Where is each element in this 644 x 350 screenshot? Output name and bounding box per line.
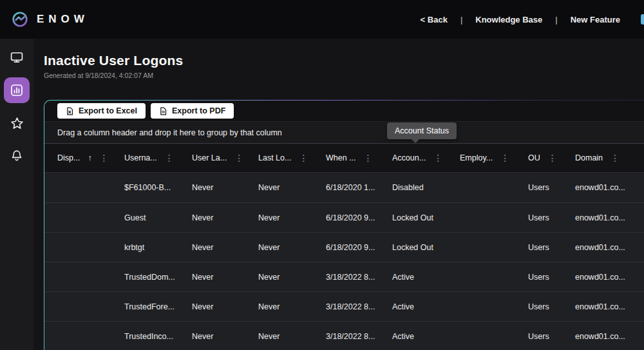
sidebar-item-monitor[interactable] xyxy=(4,44,30,70)
table-header-row: Disp... ↑ ⋮ Userna... ⋮ User La... ⋮ Las… xyxy=(44,144,644,173)
table-row[interactable]: TrustedFore... Never Never 3/18/2022 8..… xyxy=(44,291,644,321)
sidebar xyxy=(0,39,33,350)
column-header-when[interactable]: When ... ⋮ xyxy=(313,153,379,162)
column-menu-icon[interactable]: ⋮ xyxy=(165,153,174,162)
cell-account-status: Active xyxy=(379,273,447,282)
cell-when: 3/18/2022 8... xyxy=(313,302,379,311)
cell-username: $F61000-B... xyxy=(111,183,179,192)
cell-ou: Users xyxy=(515,302,562,311)
generated-timestamp: Generated at 9/18/2024, 4:02:07 AM xyxy=(44,72,644,79)
column-menu-icon[interactable]: ⋮ xyxy=(548,153,557,162)
cell-last-logon: Never xyxy=(245,243,313,252)
cell-ou: Users xyxy=(515,243,562,252)
column-header-display-name[interactable]: Disp... ↑ ⋮ xyxy=(44,153,111,162)
cell-domain: enowd01.co... xyxy=(562,273,644,282)
clipped-nav-element[interactable] xyxy=(641,14,644,24)
column-header-last-logon[interactable]: Last Lo... ⋮ xyxy=(245,153,313,162)
back-link[interactable]: < Back xyxy=(421,15,448,24)
enow-logo-icon xyxy=(12,11,28,28)
column-menu-icon[interactable]: ⋮ xyxy=(99,153,108,162)
column-menu-icon[interactable]: ⋮ xyxy=(234,153,243,162)
cell-last-logon: Never xyxy=(245,302,313,311)
tooltip-account-status: Account Status xyxy=(387,122,457,139)
column-header-label: Accoun... xyxy=(392,153,426,162)
excel-file-icon xyxy=(66,107,74,115)
cell-user-last-logon: Never xyxy=(179,332,245,341)
cell-when: 3/18/2022 8... xyxy=(313,273,379,282)
cell-ou: Users xyxy=(515,183,562,192)
export-to-pdf-button[interactable]: Export to PDF xyxy=(151,103,234,119)
column-header-label: Domain xyxy=(575,153,603,162)
table-row[interactable]: TrustedInco... Never Never 3/18/2022 8..… xyxy=(44,321,644,350)
column-header-domain[interactable]: Domain ⋮ xyxy=(562,153,644,162)
new-feature-link[interactable]: New Feature xyxy=(571,15,620,24)
cell-username: TrustedDom... xyxy=(111,273,179,282)
table-row[interactable]: Guest Never Never 6/18/2020 9... Locked … xyxy=(44,202,644,232)
column-header-username[interactable]: Userna... ⋮ xyxy=(111,153,179,162)
nav-divider: | xyxy=(555,15,557,24)
cell-when: 6/18/2020 9... xyxy=(313,213,379,222)
cell-username: TrustedInco... xyxy=(111,332,179,341)
column-menu-icon[interactable]: ⋮ xyxy=(611,153,620,162)
export-to-pdf-label: Export to PDF xyxy=(172,106,225,115)
column-header-label: User La... xyxy=(192,153,227,162)
column-header-label: When ... xyxy=(326,153,356,162)
cell-ou: Users xyxy=(515,213,562,222)
cell-account-status: Active xyxy=(379,302,447,311)
main-content: Inactive User Logons Generated at 9/18/2… xyxy=(33,39,644,350)
enow-logo[interactable]: ENOW xyxy=(12,11,89,28)
column-header-account-status[interactable]: Accoun... ⋮ xyxy=(379,153,447,162)
report-panel: Export to Excel Export to PDF Drag a col… xyxy=(44,100,644,350)
export-to-excel-button[interactable]: Export to Excel xyxy=(57,103,146,119)
top-navigation: < Back | Knowledge Base | New Feature xyxy=(421,14,644,24)
column-header-label: Userna... xyxy=(124,153,157,162)
cell-user-last-logon: Never xyxy=(179,273,245,282)
table-row[interactable]: TrustedDom... Never Never 3/18/2022 8...… xyxy=(44,262,644,291)
cell-account-status: Locked Out xyxy=(379,213,447,222)
cell-account-status: Locked Out xyxy=(379,243,447,252)
cell-user-last-logon: Never xyxy=(179,243,245,252)
pdf-file-icon xyxy=(159,107,167,115)
cell-username: krbtgt xyxy=(111,243,179,252)
table-row[interactable]: $F61000-B... Never Never 6/18/2020 1... … xyxy=(44,173,644,202)
cell-last-logon: Never xyxy=(245,213,313,222)
export-toolbar: Export to Excel Export to PDF xyxy=(44,101,644,121)
sort-ascending-icon: ↑ xyxy=(88,153,91,162)
group-by-hint: Drag a column header and drop it here to… xyxy=(57,128,282,137)
column-header-employee[interactable]: Employ... ⋮ xyxy=(447,153,515,162)
cell-domain: enowd01.co... xyxy=(562,243,644,252)
cell-last-logon: Never xyxy=(245,332,313,341)
cell-last-logon: Never xyxy=(245,273,313,282)
sidebar-item-notifications[interactable] xyxy=(4,143,30,169)
top-bar: ENOW < Back | Knowledge Base | New Featu… xyxy=(0,0,644,39)
table-body: $F61000-B... Never Never 6/18/2020 1... … xyxy=(44,173,644,350)
column-menu-icon[interactable]: ⋮ xyxy=(433,153,442,162)
sidebar-item-reports[interactable] xyxy=(4,77,30,103)
cell-ou: Users xyxy=(515,332,562,341)
column-header-label: Disp... xyxy=(57,153,80,162)
cell-user-last-logon: Never xyxy=(179,183,245,192)
table-row[interactable]: krbtgt Never Never 6/18/2020 9... Locked… xyxy=(44,232,644,262)
column-header-user-last-logon[interactable]: User La... ⋮ xyxy=(179,153,245,162)
group-by-drop-zone[interactable]: Drag a column header and drop it here to… xyxy=(44,121,644,144)
cell-user-last-logon: Never xyxy=(179,213,245,222)
cell-domain: enowd01.co... xyxy=(562,302,644,311)
sidebar-item-favorites[interactable] xyxy=(4,110,30,136)
nav-divider: | xyxy=(460,15,462,24)
brand-name: ENOW xyxy=(37,13,89,26)
report-panel-inner: Export to Excel Export to PDF Drag a col… xyxy=(44,101,644,350)
column-header-ou[interactable]: OU ⋮ xyxy=(515,153,562,162)
column-header-label: OU xyxy=(528,153,540,162)
cell-username: TrustedFore... xyxy=(111,302,179,311)
cell-username: Guest xyxy=(111,213,179,222)
bar-chart-icon xyxy=(10,83,24,97)
knowledge-base-link[interactable]: Knowledge Base xyxy=(475,15,542,24)
column-menu-icon[interactable]: ⋮ xyxy=(299,153,308,162)
cell-account-status: Disabled xyxy=(379,183,447,192)
column-menu-icon[interactable]: ⋮ xyxy=(364,153,373,162)
column-menu-icon[interactable]: ⋮ xyxy=(500,153,509,162)
cell-account-status: Active xyxy=(379,332,447,341)
app-root: ENOW < Back | Knowledge Base | New Featu… xyxy=(0,0,644,350)
export-to-excel-label: Export to Excel xyxy=(79,106,137,115)
monitor-icon xyxy=(10,50,24,64)
